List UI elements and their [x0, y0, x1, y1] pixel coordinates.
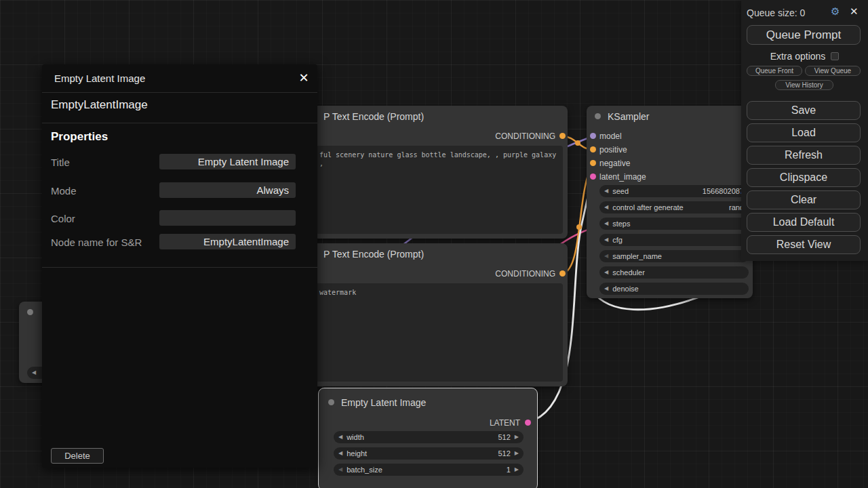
view-queue-button[interactable]: View Queue	[805, 66, 861, 76]
input-label: positive	[599, 145, 627, 155]
delete-button[interactable]: Delete	[51, 448, 104, 464]
widget-label: width	[347, 433, 364, 441]
widget-label: sampler_name	[612, 252, 662, 260]
widget-scheduler[interactable]: ◀ scheduler	[599, 266, 749, 279]
queue-size-label: Queue size: 0	[747, 7, 805, 18]
negative-input-dot[interactable]	[590, 160, 596, 166]
decrement-icon[interactable]: ◀	[604, 250, 608, 262]
properties-heading: Properties	[51, 130, 108, 144]
node-header[interactable]: Empty Latent Image	[319, 388, 537, 413]
latent-output-label: LATENT	[490, 418, 520, 428]
node-name-snr-field[interactable]: EmptyLatentImage	[159, 234, 296, 249]
prompt-textarea[interactable]: ful scenery nature glass bottle landscap…	[314, 146, 563, 234]
mode-field[interactable]: Always	[159, 182, 296, 198]
node-clip-text-encode-positive[interactable]: P Text Encode (Prompt) CONDITIONING ful …	[309, 106, 568, 239]
decrement-icon[interactable]: ◀	[604, 185, 608, 197]
node-title: P Text Encode (Prompt)	[323, 111, 424, 122]
widget-label: control after generate	[612, 203, 684, 211]
color-field[interactable]	[159, 210, 296, 226]
widget-batch-size[interactable]: ◀ batch_size 1 ▶	[334, 464, 524, 476]
widget-denoise[interactable]: ◀ denoise	[599, 283, 749, 295]
decrement-icon[interactable]: ◀	[338, 447, 342, 460]
save-button[interactable]: Save	[747, 101, 861, 120]
model-input-dot[interactable]	[590, 133, 596, 139]
queue-prompt-button[interactable]: Queue Prompt	[747, 25, 861, 45]
dialog-title: Empty Latent Image	[54, 73, 145, 84]
node-header[interactable]: P Text Encode (Prompt)	[309, 106, 568, 126]
close-icon[interactable]: ✕	[294, 68, 313, 87]
color-label: Color	[51, 213, 75, 224]
node-clip-text-encode-negative[interactable]: P Text Encode (Prompt) CONDITIONING wate…	[309, 243, 568, 386]
load-button[interactable]: Load	[747, 123, 861, 142]
latent-output-dot[interactable]	[525, 420, 531, 426]
widget-value[interactable]: 1566802087	[703, 187, 744, 195]
widget-steps[interactable]: ◀ steps	[599, 218, 749, 230]
node-name-snr-label: Node name for S&R	[51, 237, 142, 248]
node-header[interactable]: KSampler	[587, 106, 753, 126]
widget-width[interactable]: ◀ width 512 ▶	[334, 431, 524, 443]
node-type-name: EmptyLatentImage	[51, 98, 148, 112]
title-field[interactable]: Empty Latent Image	[159, 154, 296, 169]
decrement-icon[interactable]: ◀	[604, 234, 608, 246]
extra-options-checkbox[interactable]	[831, 52, 839, 60]
conditioning-output-dot[interactable]	[559, 270, 566, 277]
load-default-button[interactable]: Load Default	[747, 213, 861, 232]
node-header[interactable]: P Text Encode (Prompt)	[309, 243, 568, 264]
node-ksampler[interactable]: KSampler model positive negative latent_…	[587, 106, 753, 298]
widget-height[interactable]: ◀ height 512 ▶	[334, 447, 524, 460]
decrement-icon[interactable]: ◀	[338, 431, 342, 443]
collapse-dot-icon[interactable]	[595, 113, 601, 119]
widget-seed[interactable]: ◀ seed 1566802087	[599, 185, 749, 197]
increment-icon[interactable]: ▶	[515, 431, 519, 443]
increment-icon[interactable]: ▶	[515, 464, 519, 476]
divider	[42, 267, 317, 268]
clear-button[interactable]: Clear	[747, 190, 861, 209]
node-title: Empty Latent Image	[341, 397, 426, 408]
extra-options-row: Extra options	[741, 51, 868, 62]
widget-label: cfg	[612, 236, 623, 244]
widget-label: denoise	[612, 285, 639, 293]
reset-view-button[interactable]: Reset View	[747, 235, 861, 254]
link-midpoint-dot	[576, 224, 582, 230]
collapse-dot-icon[interactable]	[27, 309, 33, 315]
positive-input-dot[interactable]	[590, 146, 596, 152]
comfy-menu-panel: Queue size: 0 ⚙ ✕ Queue Prompt Extra opt…	[741, 0, 868, 261]
widget-control-after-generate[interactable]: ◀ control after generate rand	[599, 201, 749, 214]
widget-label: scheduler	[612, 268, 645, 277]
widget-value[interactable]: 512	[498, 433, 510, 441]
close-icon[interactable]: ✕	[850, 5, 859, 18]
node-empty-latent-image[interactable]: Empty Latent Image LATENT ◀ width 512 ▶ …	[319, 388, 537, 488]
decrement-icon[interactable]: ◀	[604, 266, 608, 279]
decrement-icon[interactable]: ◀	[32, 367, 36, 379]
decrement-icon[interactable]: ◀	[338, 464, 342, 476]
widget-value[interactable]: 1	[507, 466, 511, 474]
widget-label: steps	[612, 220, 630, 228]
increment-icon[interactable]: ▶	[515, 447, 519, 460]
view-history-button[interactable]: View History	[775, 80, 833, 90]
widget-label: seed	[612, 187, 629, 195]
conditioning-output-dot[interactable]	[559, 133, 566, 139]
node-title: KSampler	[608, 111, 649, 122]
divider	[42, 123, 317, 123]
prompt-textarea[interactable]: watermark	[314, 283, 563, 382]
decrement-icon[interactable]: ◀	[604, 283, 608, 295]
queue-front-button[interactable]: Queue Front	[747, 66, 802, 76]
input-label: latent_image	[599, 172, 646, 182]
node-properties-dialog: Empty Latent Image ✕ EmptyLatentImage Pr…	[42, 64, 317, 468]
widget-cfg[interactable]: ◀ cfg	[599, 234, 749, 246]
collapse-dot-icon[interactable]	[328, 399, 334, 405]
gear-icon[interactable]: ⚙	[831, 5, 840, 18]
conditioning-output-label: CONDITIONING	[495, 131, 555, 141]
refresh-button[interactable]: Refresh	[747, 146, 861, 165]
decrement-icon[interactable]: ◀	[604, 201, 608, 214]
clipspace-button[interactable]: Clipspace	[747, 168, 861, 187]
node-title: P Text Encode (Prompt)	[323, 249, 424, 260]
decrement-icon[interactable]: ◀	[604, 218, 608, 230]
dialog-titlebar: Empty Latent Image ✕	[42, 64, 317, 93]
widget-sampler-name[interactable]: ◀ sampler_name	[599, 250, 749, 262]
latent-input-dot[interactable]	[590, 174, 596, 180]
conditioning-output-label: CONDITIONING	[495, 269, 555, 279]
title-label: Title	[51, 157, 70, 168]
widget-label: height	[347, 449, 367, 458]
widget-value[interactable]: 512	[498, 449, 510, 458]
